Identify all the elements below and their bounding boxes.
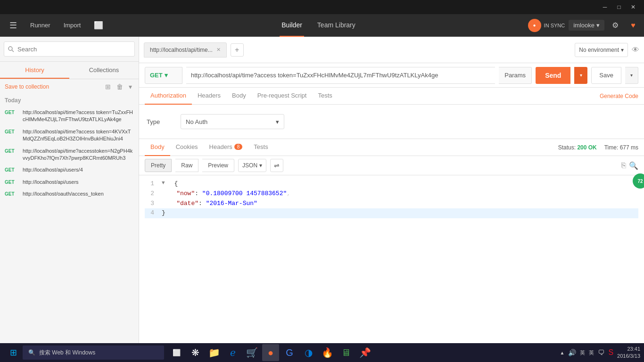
notification-circle[interactable]: 72 (633, 173, 644, 189)
runner-button[interactable]: Runner (25, 18, 56, 33)
resp-body-tab[interactable]: Body (145, 139, 170, 156)
list-item[interactable]: GET http://localhost/api/time?accesstoke… (0, 145, 139, 165)
resp-cookies-tab[interactable]: Cookies (170, 139, 204, 156)
delete-icon[interactable]: 🗑 (115, 82, 125, 91)
taskbar-search[interactable]: 🔍 搜索 Web 和 Windows (23, 346, 164, 360)
save-to-collection-link[interactable]: Save to collection (5, 83, 49, 90)
app-icon-2[interactable]: 📁 (206, 344, 223, 361)
search-response-button[interactable]: 🔍 (629, 161, 638, 170)
method-badge: GET (5, 148, 19, 154)
list-item[interactable]: GET http://localhost/oauth/access_token (0, 188, 139, 200)
heart-button[interactable]: ♥ (626, 18, 640, 33)
save-button[interactable]: Save (591, 67, 621, 84)
method-select[interactable]: GET ▾ (145, 67, 182, 84)
list-item[interactable]: GET http://localhost/api/users/4 (0, 164, 139, 176)
headers-tab[interactable]: Headers (192, 88, 226, 105)
more-icon[interactable]: ▾ (127, 82, 134, 91)
generate-code-link[interactable]: Generate Code (600, 93, 638, 99)
authorization-section: Type No Auth ▾ (139, 105, 644, 139)
auth-dropdown-icon: ▾ (276, 118, 279, 125)
heart-icon: ♥ (631, 21, 636, 30)
send-dropdown-icon: ▾ (580, 73, 582, 78)
env-eye-button[interactable]: 👁 (632, 46, 639, 54)
wrap-button[interactable]: ⇌ (270, 159, 283, 172)
app-icon-1[interactable]: ❋ (187, 344, 204, 361)
history-url: http://localhost/api/users/4 (23, 166, 83, 173)
app-icon-6[interactable]: G (281, 344, 298, 361)
list-item[interactable]: GET http://localhost/api/time?access tok… (0, 126, 139, 145)
list-item[interactable]: GET http://localhost/api/users (0, 176, 139, 188)
network-icon: 英 (580, 349, 585, 356)
environment-select[interactable]: No environment ▾ (575, 43, 628, 57)
format-select[interactable]: JSON ▾ (238, 159, 266, 172)
line-number: 4 (145, 208, 154, 218)
url-bar: http://localhost/api/time... ✕ + No envi… (139, 37, 644, 63)
import-button[interactable]: Import (58, 18, 87, 33)
titlebar: ─ □ ✕ (0, 0, 644, 14)
response-area: Body Cookies Headers 8 Tests Status: 200… (139, 139, 644, 343)
send-button[interactable]: Send (536, 67, 570, 84)
builder-tab[interactable]: Builder (280, 14, 304, 37)
pretty-button[interactable]: Pretty (145, 159, 172, 172)
sougou-icon: S (608, 348, 613, 357)
save-dropdown-button[interactable]: ▾ (625, 67, 638, 84)
volume-icon[interactable]: 🔊 (568, 349, 576, 356)
method-badge: GET (5, 110, 19, 115)
sidebar-search-container (0, 37, 139, 62)
send-dropdown-button[interactable]: ▾ (574, 67, 587, 84)
preview-button[interactable]: Preview (202, 159, 234, 172)
authorization-tab[interactable]: Authorization (145, 88, 192, 105)
url-input[interactable] (186, 67, 495, 84)
url-tab[interactable]: http://localhost/api/time... ✕ (144, 42, 227, 58)
taskbar-search-text: 搜索 Web 和 Windows (39, 349, 95, 357)
body-tab[interactable]: Body (226, 88, 252, 105)
notification-icon[interactable]: 🗨 (598, 349, 604, 356)
settings-button[interactable]: ⚙ (608, 18, 622, 33)
sidebar: History Collections Save to collection ⊞… (0, 37, 139, 343)
app-icon-4[interactable]: 🛒 (243, 344, 260, 361)
collections-tab[interactable]: Collections (69, 62, 139, 79)
user-menu-button[interactable]: imlooke ▾ (569, 20, 604, 31)
raw-button[interactable]: Raw (175, 159, 198, 172)
history-url: http://localhost/api/time?accesstoken=N2… (23, 148, 134, 162)
fold-icon[interactable]: ▼ (162, 179, 165, 189)
sidebar-toggle-button[interactable]: ☰ (4, 18, 23, 33)
clock: 23:41 2016/3/13 (617, 346, 640, 360)
close-tab-icon[interactable]: ✕ (216, 47, 221, 53)
start-button[interactable]: ⊞ (4, 343, 23, 362)
minimize-button[interactable]: ─ (598, 0, 612, 14)
request-bar: GET ▾ Params Send ▾ Save ▾ (139, 63, 644, 88)
app-icon-3[interactable]: ℯ (224, 344, 241, 361)
line-content: } (162, 208, 638, 218)
taskview-icon[interactable]: ⬜ (168, 344, 185, 361)
list-item[interactable]: GET http://localhost/api/time?access tok… (0, 107, 139, 126)
app-icon-5[interactable]: ● (262, 344, 279, 361)
filter-icon[interactable]: ⊞ (103, 82, 113, 91)
resp-headers-tab[interactable]: Headers 8 (204, 139, 248, 156)
taskbar-pinned-apps: ⬜ ❋ 📁 ℯ 🛒 ● G ◑ 🔥 🖥 📌 (168, 344, 373, 361)
pre-request-tab[interactable]: Pre-request Script (252, 88, 313, 105)
app-icon-7[interactable]: ◑ (300, 344, 317, 361)
response-tabs: Body Cookies Headers 8 Tests Status: 200… (139, 139, 644, 156)
params-button[interactable]: Params (499, 67, 532, 84)
auth-type-select[interactable]: No Auth ▾ (181, 114, 284, 129)
maximize-button[interactable]: □ (612, 0, 626, 14)
search-input[interactable] (4, 41, 135, 57)
app-icon-8[interactable]: 🔥 (319, 344, 336, 361)
app-icon-10[interactable]: 📌 (356, 344, 373, 361)
close-button[interactable]: ✕ (626, 0, 640, 14)
history-url: http://localhost/api/time?access token=4… (23, 128, 134, 143)
add-tab-button[interactable]: + (231, 43, 244, 57)
copy-button[interactable]: ⎘ (621, 161, 626, 170)
navbar: ☰ Runner Import ⬜ Builder Team Library ●… (0, 14, 644, 37)
new-tab-button[interactable]: ⬜ (88, 18, 109, 33)
history-url: http://localhost/oauth/access_token (23, 190, 104, 197)
history-tab[interactable]: History (0, 62, 69, 79)
taskbar-search-icon: 🔍 (28, 349, 35, 356)
resp-tests-tab[interactable]: Tests (248, 139, 273, 156)
app-icon-9[interactable]: 🖥 (338, 344, 355, 361)
tests-tab[interactable]: Tests (312, 88, 338, 105)
team-library-tab[interactable]: Team Library (315, 14, 357, 37)
env-dropdown-icon: ▾ (621, 47, 624, 53)
input-icon: 英 (589, 349, 594, 356)
